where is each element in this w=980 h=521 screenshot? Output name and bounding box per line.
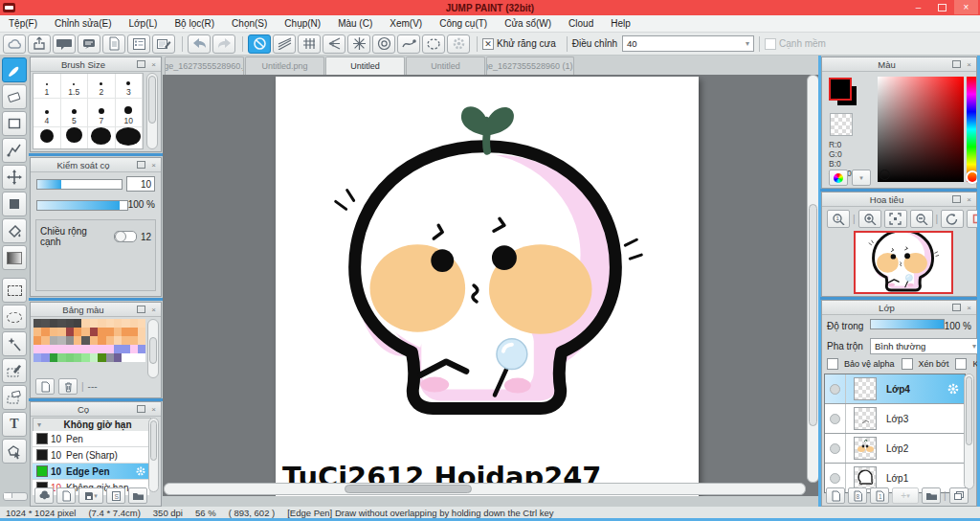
brush-group-row[interactable]: ▾ Không giờ hạn [33, 418, 151, 432]
clipping-checkbox[interactable] [902, 358, 913, 370]
select-eraser-tool[interactable] [2, 385, 27, 410]
fill-shape-tool[interactable] [2, 192, 27, 216]
menu-item-7[interactable]: Xem(V) [381, 18, 431, 29]
foreground-color-swatch[interactable] [829, 78, 852, 101]
palette-swatch[interactable] [66, 328, 74, 336]
navigator-thumbnail[interactable] [854, 231, 953, 294]
brush-size-header[interactable]: Brush Size × [31, 57, 161, 72]
palette-swatch[interactable] [130, 353, 138, 362]
close-icon[interactable]: × [964, 59, 974, 69]
palette-swatch[interactable] [90, 336, 98, 345]
fit-screen-button[interactable] [884, 210, 907, 228]
zoom-out-button[interactable] [910, 210, 933, 228]
layer-visibility-toggle[interactable] [830, 473, 840, 484]
palette-swatch[interactable] [74, 353, 81, 362]
layer-row-lop4[interactable]: Lớp4 [825, 374, 965, 404]
brush-size-cell[interactable]: 2 [88, 74, 116, 99]
palette-swatch[interactable] [41, 345, 49, 353]
redo-button[interactable] [212, 34, 235, 54]
edge-width-toggle[interactable] [114, 231, 137, 242]
layer-visibility-toggle[interactable] [830, 384, 840, 395]
palette-swatch[interactable] [114, 353, 122, 362]
anti-alias-checkbox[interactable]: ✕ [482, 38, 494, 50]
popout-icon[interactable] [136, 59, 146, 69]
palette-swatch[interactable] [90, 328, 98, 336]
brush-tool[interactable] [2, 57, 27, 82]
palette-swatch[interactable] [41, 319, 49, 328]
layer-settings-gear-icon[interactable] [947, 382, 960, 396]
palette-swatch[interactable] [33, 345, 41, 353]
brush-size-cell[interactable]: 1.5 [61, 74, 89, 99]
palette-swatch[interactable] [66, 345, 74, 353]
hue-slider[interactable] [967, 77, 976, 182]
palette-header[interactable]: Bảng màu × [31, 303, 161, 317]
canvas-workspace[interactable]: TuCi2612 Hoidap247 [163, 75, 820, 496]
merge-layer-button[interactable]: +▾ [892, 487, 919, 504]
palette-swatch[interactable] [138, 336, 145, 345]
palette-swatch[interactable] [81, 336, 89, 345]
popout-icon[interactable] [951, 303, 962, 312]
menu-item-4[interactable]: Chọn(S) [223, 18, 276, 29]
palette-swatch[interactable] [98, 345, 105, 353]
layer-visibility-toggle[interactable] [830, 443, 840, 454]
soft-edge-checkbox[interactable] [765, 38, 776, 50]
cloud-button[interactable] [3, 34, 26, 54]
palette-swatch[interactable] [81, 353, 89, 362]
brush-folder-button[interactable] [128, 487, 147, 504]
brush-size-cell[interactable]: 7 [88, 99, 116, 127]
edit-form-button[interactable] [152, 34, 175, 54]
palette-scrollbar[interactable] [147, 319, 159, 378]
protect-alpha-checkbox[interactable] [827, 358, 838, 370]
parallel-lines-snap-button[interactable] [273, 34, 296, 54]
layer-list-scrollbar[interactable] [964, 374, 974, 489]
ellipse-snap-button[interactable] [422, 34, 445, 54]
tab-2[interactable]: Untitled [325, 57, 405, 75]
message-button[interactable] [78, 34, 100, 54]
brush-row-pen-sharp[interactable]: 10 Pen (Sharp) [33, 447, 149, 464]
move-tool[interactable] [2, 165, 27, 190]
palette-swatch[interactable] [50, 353, 57, 362]
brush-list-scrollbar[interactable] [148, 418, 159, 492]
palette-swatch[interactable] [33, 336, 41, 345]
dock-splitter[interactable] [29, 298, 163, 301]
navigator-header[interactable]: Hoa tiêu × [822, 193, 976, 207]
close-icon[interactable]: × [148, 404, 159, 414]
menu-item-10[interactable]: Cloud [560, 18, 602, 29]
layer-visibility-toggle[interactable] [830, 414, 840, 424]
palette-swatch[interactable] [81, 328, 89, 336]
menu-item-8[interactable]: Công cụ(T) [431, 18, 496, 29]
palette-swatch[interactable] [122, 328, 129, 336]
tab-4[interactable]: large_1627355528960 (1).jpg [486, 57, 574, 75]
vanishing-point-snap-button[interactable] [323, 34, 345, 54]
palette-swatch[interactable] [130, 336, 138, 345]
layer-row-lop3[interactable]: Lớp3 [825, 404, 965, 434]
select-pen-tool[interactable] [2, 358, 27, 383]
palette-swatch[interactable] [106, 345, 114, 353]
menu-item-6[interactable]: Màu (C) [329, 18, 381, 29]
brush-size-cell[interactable]: 4 [33, 99, 61, 127]
palette-swatch[interactable] [122, 353, 129, 362]
workspace-hscrollbar[interactable] [164, 483, 806, 495]
popout-icon[interactable] [951, 59, 962, 69]
palette-swatch[interactable] [66, 353, 74, 362]
palette-swatch[interactable] [138, 319, 145, 328]
comment-button[interactable] [53, 34, 76, 54]
delete-swatch-button[interactable] [58, 378, 78, 395]
palette-swatch[interactable] [41, 328, 49, 336]
close-button[interactable]: × [954, 0, 978, 14]
minimize-button[interactable]: – [906, 0, 930, 14]
brush-size-slider[interactable] [36, 179, 122, 190]
export-button[interactable] [28, 34, 51, 54]
brush-list-header[interactable]: Cọ × [31, 402, 161, 417]
palette-swatch[interactable] [114, 319, 122, 328]
palette-swatch[interactable] [90, 353, 98, 362]
menu-item-2[interactable]: Lớp(L) [121, 18, 167, 29]
palette-swatch[interactable] [106, 319, 114, 328]
popout-icon[interactable] [951, 194, 962, 204]
no-correction-mode-button[interactable] [248, 34, 271, 54]
tab-3[interactable]: Untitled [406, 57, 485, 75]
palette-swatch[interactable] [50, 319, 57, 328]
palette-swatch[interactable] [130, 328, 138, 336]
brush-size-cell[interactable]: 1 [33, 74, 61, 99]
new-8bit-layer-button[interactable]: 8 [848, 487, 867, 504]
